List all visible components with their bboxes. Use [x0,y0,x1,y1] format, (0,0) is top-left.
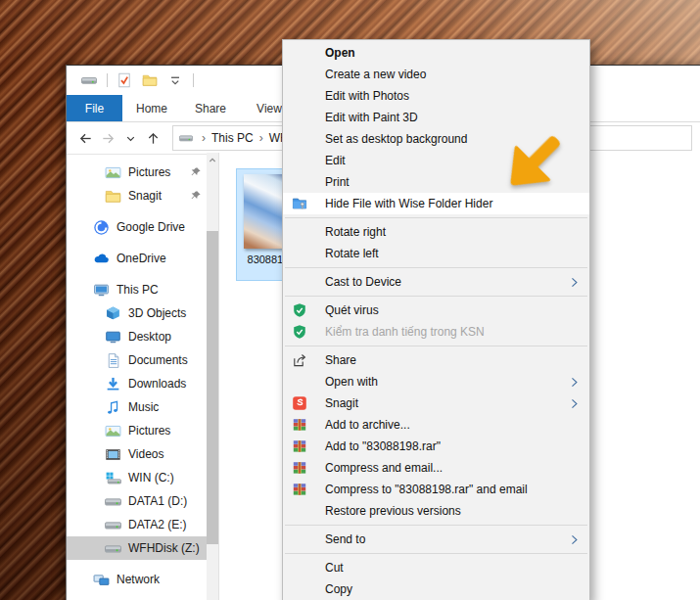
videos-icon [105,446,121,463]
menu-item-label: Open with [325,375,378,389]
sidebar-item-label: Documents [128,353,188,367]
breadcrumb-item[interactable]: This PC [211,131,254,145]
menu-item-label: Rotate right [325,225,386,239]
sidebar-item-label: This PC [117,283,159,297]
qat-button[interactable] [139,70,161,90]
qat-button[interactable] [78,70,100,90]
qat-button[interactable] [164,70,186,90]
menu-item-label: Print [325,175,350,189]
context-menu-item[interactable]: Compress to "83088198.rar" and email [283,479,589,500]
sidebar-item[interactable]: 3D Objects [67,301,207,325]
breadcrumb-chevron-icon: › [196,131,211,145]
drive-icon [105,493,121,510]
scroll-up-icon[interactable] [207,154,218,166]
context-menu-item[interactable]: Open [283,42,589,64]
winrar-icon [290,460,309,477]
music-icon [105,399,121,416]
sidebar-item-label: Pictures [128,165,170,179]
sidebar-item-label: WIN (C:) [128,471,174,485]
context-menu: Open Create a new video Edit with Photos… [282,39,590,600]
context-menu-item[interactable]: Edit with Photos [283,85,589,107]
sidebar-item-label: Videos [128,447,163,461]
snagit-icon [290,395,309,412]
context-menu-item[interactable]: Quét virus [283,300,589,321]
folder-icon [105,188,121,205]
sidebar-item[interactable]: Documents [67,348,207,372]
menu-item-label: Edit [325,154,346,167]
sidebar-item-label: Pictures [128,424,170,438]
sidebar-item[interactable]: DATA1 (D:) [67,489,207,513]
menu-item-label: Compress to "83088198.rar" and email [325,483,528,496]
menu-item-icon [290,131,309,148]
menu-item-icon [290,67,309,83]
nav-button[interactable] [97,127,119,149]
context-menu-item[interactable]: Open with [283,371,589,392]
desktop-icon [105,329,121,346]
context-menu-item[interactable]: Cut [283,557,589,578]
sidebar-item[interactable]: Network [67,568,207,591]
submenu-chevron-icon [568,376,581,389]
context-menu-item[interactable]: Set as desktop background [283,128,589,150]
context-menu-item[interactable]: Compress and email... [283,457,589,479]
context-menu-item[interactable]: Send to [283,529,589,550]
context-menu-item[interactable]: Kiểm tra danh tiếng trong KSN [283,321,589,343]
menu-item-icon [290,531,309,548]
sidebar-item[interactable]: Snagit [67,184,207,208]
nav-button[interactable] [119,127,142,149]
sidebar-item[interactable]: Music [67,395,207,419]
drive-icon [178,131,194,145]
context-menu-item[interactable]: Rotate left [283,243,589,264]
sidebar-item[interactable]: Pictures [67,161,207,184]
context-menu-item[interactable]: Restore previous versions [283,500,589,522]
context-menu-item[interactable]: Snagit [283,392,589,414]
nav-button[interactable] [74,127,97,149]
pictures-icon [105,164,121,181]
nav-button[interactable] [142,127,164,149]
context-menu-item[interactable]: Share [283,349,589,371]
google-drive-icon [93,219,110,236]
menu-separator [285,553,587,554]
ribbon-tab-label: View [257,102,282,115]
submenu-chevron-icon [568,397,581,410]
menu-item-icon [290,503,309,520]
sidebar-item[interactable]: WIN (C:) [67,466,207,489]
context-menu-item[interactable]: Edit with Paint 3D [283,107,589,128]
arrow-up-icon [146,131,161,146]
context-menu-item[interactable]: Cast to Device [283,271,589,293]
ribbon-tab[interactable]: Share [181,95,240,121]
this-pc-icon [93,282,110,299]
sidebar-item[interactable]: OneDrive [67,247,207,270]
network-icon [93,572,110,588]
menu-separator [285,217,587,218]
menu-item-label: Cut [325,561,344,575]
context-menu-item[interactable]: Add to archive... [283,414,589,436]
sidebar-scrollbar[interactable] [207,153,218,600]
sidebar-item[interactable]: Downloads [67,372,207,395]
qat-button[interactable] [114,70,135,90]
menu-item-icon [290,274,309,291]
scrollbar-thumb[interactable] [207,231,218,544]
sidebar-item-label: Snagit [128,189,162,203]
context-menu-item[interactable]: Create a new video [283,64,589,85]
sidebar-item[interactable]: WFHDisk (Z:) [67,536,207,560]
sidebar-item[interactable]: Videos [67,442,207,466]
context-menu-item[interactable]: Copy [283,578,589,600]
sidebar-item[interactable]: DATA2 (E:) [67,513,207,536]
context-menu-item[interactable]: Print [283,171,589,193]
menu-item-label: Hide File with Wise Folder Hider [325,197,492,210]
ribbon-tab[interactable]: File [67,95,122,121]
sidebar-item[interactable]: Google Drive [67,215,207,239]
context-menu-item[interactable]: Edit [283,150,589,171]
pin-icon [190,166,202,178]
context-menu-item[interactable]: Hide File with Wise Folder Hider [283,193,589,214]
sidebar-item[interactable]: This PC [67,278,207,301]
menu-item-icon [290,560,309,577]
ribbon-tab[interactable]: Home [122,95,181,121]
menu-item-label: Copy [325,582,352,596]
sidebar-item[interactable]: Desktop [67,325,207,348]
downloads-icon [105,376,121,392]
context-menu-item[interactable]: Rotate right [283,221,589,243]
context-menu-item[interactable]: Add to "83088198.rar" [283,436,589,457]
sidebar-item[interactable]: Pictures [67,419,207,442]
sidebar-item-label: DATA1 (D:) [128,494,187,508]
